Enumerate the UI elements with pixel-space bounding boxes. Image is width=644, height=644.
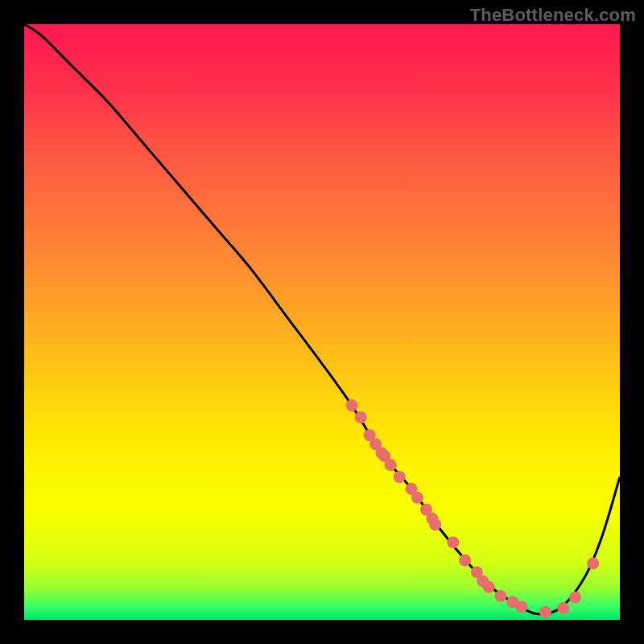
highlight-dot (495, 590, 507, 602)
highlight-dot (587, 557, 599, 569)
watermark-text: TheBottleneck.com (470, 5, 636, 26)
highlight-dots-group (346, 399, 600, 618)
highlight-dot (394, 471, 406, 483)
highlight-dot (557, 602, 569, 614)
highlight-dot (459, 555, 471, 567)
chart-layer (24, 24, 620, 620)
highlight-dot (515, 601, 527, 613)
highlight-dot (429, 518, 441, 530)
highlight-dot (447, 536, 459, 548)
highlight-dot (411, 492, 423, 504)
highlight-dot (355, 411, 367, 423)
outer-frame: TheBottleneck.com (0, 0, 644, 644)
highlight-dot (539, 606, 551, 618)
bottleneck-curve (24, 24, 620, 614)
highlight-dot (483, 581, 495, 593)
plot-area (24, 24, 620, 620)
highlight-dot (385, 459, 397, 471)
highlight-dot (569, 591, 581, 603)
highlight-dot (346, 399, 358, 411)
